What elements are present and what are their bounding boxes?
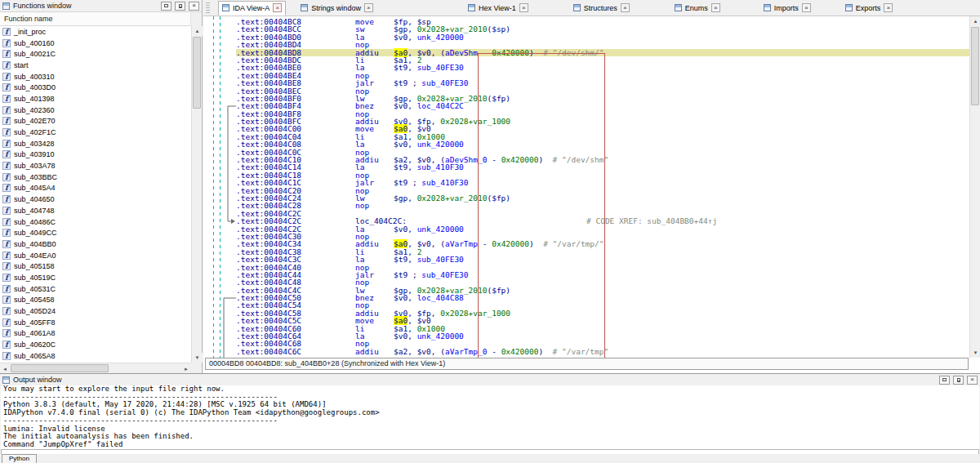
dock-drag-handle[interactable] <box>206 2 210 14</box>
function-list-item[interactable]: fsub_4003D0 <box>0 82 191 93</box>
close-icon[interactable]: × <box>519 3 528 12</box>
functions-titlebar[interactable]: Functions window × <box>0 0 202 12</box>
disasm-line[interactable]: .text:00404BE0la$t9, sub_40FE30 <box>236 64 969 71</box>
scroll-up-icon[interactable]: ▲ <box>970 16 980 26</box>
function-list-item[interactable]: fsub_4049CC <box>0 227 191 238</box>
function-list-item[interactable]: fsub_400310 <box>0 71 191 82</box>
function-list-item[interactable]: fsub_404BB0 <box>0 238 191 250</box>
close-icon[interactable]: × <box>967 376 978 385</box>
close-icon[interactable]: × <box>364 3 373 12</box>
disasm-line[interactable]: .text:00404C48nop <box>236 278 969 286</box>
disasm-line[interactable]: .text:00404C18nop <box>236 171 969 179</box>
tab-structures[interactable]: Structures× <box>570 1 633 16</box>
disasm-line[interactable]: .text:00404C60li$a1, 0x1000 <box>236 325 969 332</box>
disasm-line[interactable]: .text:00404C20nop <box>236 187 969 194</box>
disasm-line[interactable]: .text:00404BFCaddiu$v0, $fp, 0x2028+var_… <box>236 118 969 125</box>
disasm-line[interactable]: .text:00404C2Cla$v0, unk_420000 <box>236 225 969 233</box>
disasm-line[interactable]: .text:00404C3Cla$t9, sub_40FE30 <box>236 256 969 263</box>
disasm-line[interactable]: .text:00404C6Caddiu$a2, $v0, (aVarTmp_0 … <box>236 348 969 355</box>
scroll-down-icon[interactable]: ▼ <box>970 348 980 358</box>
scroll-down-icon[interactable]: ▼ <box>192 353 203 363</box>
disasm-line[interactable]: .text:00404BF8nop <box>236 110 969 118</box>
function-list-item[interactable]: fsub_40620C <box>0 339 191 350</box>
restore-icon[interactable] <box>939 376 950 385</box>
disasm-line[interactable]: .text:00404C08la$v0, unk_420000 <box>236 140 969 148</box>
disasm-line[interactable]: .text:00404BDCli$a1, 2 <box>236 56 969 64</box>
function-list-item[interactable]: fsub_405FF8 <box>0 317 191 328</box>
disasm-vertical-scrollbar[interactable]: ▲ ▼ <box>969 16 980 358</box>
disasm-line[interactable]: .text:00404C44jalr$t9 ; sub_40FE30 <box>236 271 969 278</box>
disasm-line[interactable]: .text:00404BECnop <box>236 87 969 95</box>
function-list-item[interactable]: f_init_proc <box>0 26 191 38</box>
disasm-line[interactable]: .text:00404BD8addiu$a0, $v0, (aDevShm - … <box>236 49 969 56</box>
disasm-line[interactable]: .text:00404C04li$a1, 0x1000 <box>236 133 969 140</box>
function-list-item[interactable]: fsub_403428 <box>0 138 191 149</box>
function-list-item[interactable]: fsub_404650 <box>0 194 191 205</box>
disasm-line[interactable]: .text:00404C54nop <box>236 301 969 309</box>
tab-imports[interactable]: Imports× <box>760 1 814 16</box>
function-list-item[interactable]: fsub_40021C <box>0 48 191 60</box>
disasm-line[interactable]: .text:00404C2Cloc_404C2C:# CODE XREF: su… <box>236 217 969 225</box>
disasm-line[interactable]: .text:00404BF0lw$gp, 0x2028+var_2010($fp… <box>236 95 969 102</box>
function-list-item[interactable]: fsub_4065A8 <box>0 350 191 362</box>
function-list-item[interactable]: fsub_404EA0 <box>0 250 191 261</box>
disasm-line[interactable]: .text:00404C24lw$gp, 0x2028+var_2010($fp… <box>236 194 969 202</box>
disasm-line[interactable]: .text:00404C10addiu$a2, $v0, (aDevShm_0 … <box>236 156 969 163</box>
disasm-line[interactable]: .text:00404BE8jalr$t9 ; sub_40FE30 <box>236 79 969 87</box>
function-list-item[interactable]: fsub_402E70 <box>0 116 191 127</box>
function-list-item[interactable]: fsub_405458 <box>0 295 191 306</box>
output-titlebar[interactable]: Output window × <box>0 374 980 386</box>
function-list-item[interactable]: fstart <box>0 60 191 71</box>
close-icon[interactable]: × <box>189 2 199 11</box>
scrollbar-thumb[interactable] <box>11 364 109 372</box>
disasm-line[interactable]: .text:00404C64la$v0, unk_420000 <box>236 332 969 340</box>
function-list-item[interactable]: fsub_402F1C <box>0 127 191 138</box>
ida-view-a[interactable]: .text:00404BC8move$fp, $sp.text:00404BCC… <box>203 16 969 358</box>
disasm-line[interactable]: .text:00404BD0la$v0, unk_420000 <box>236 33 969 41</box>
scroll-up-icon[interactable]: ▲ <box>192 26 203 36</box>
function-list-item[interactable]: fsub_403910 <box>0 149 191 161</box>
function-list-item[interactable]: fsub_402360 <box>0 105 191 116</box>
close-icon[interactable]: × <box>273 3 282 12</box>
close-icon[interactable]: × <box>802 3 811 12</box>
function-list-item[interactable]: fsub_40486C <box>0 216 191 228</box>
function-list-item[interactable]: fsub_403BBC <box>0 171 191 183</box>
disasm-line[interactable]: .text:00404C34addiu$a0, $v0, (aVarTmp - … <box>236 240 969 247</box>
function-name-column-header[interactable]: Function name <box>0 12 191 26</box>
function-list-item[interactable]: fsub_404748 <box>0 205 191 216</box>
scrollbar-thumb[interactable] <box>193 37 201 109</box>
tab-strings-window[interactable]: Strings window× <box>297 1 376 16</box>
functions-horizontal-scrollbar[interactable]: ◄ ► <box>0 363 191 373</box>
disasm-line[interactable]: .text:00404BF4bnez$v0, loc_404C2C <box>236 102 969 109</box>
disasm-line[interactable]: .text:00404BC8move$fp, $sp <box>236 18 969 25</box>
float-icon[interactable] <box>953 376 964 385</box>
disasm-line[interactable]: .text:00404C28nop <box>236 202 969 209</box>
disasm-line[interactable]: .text:00404BE4nop <box>236 72 969 79</box>
close-icon[interactable]: × <box>884 3 893 12</box>
float-icon[interactable] <box>175 2 185 11</box>
close-icon[interactable]: × <box>711 3 720 12</box>
restore-icon[interactable] <box>161 2 172 11</box>
tab-python[interactable]: Python <box>2 454 37 463</box>
output-lines[interactable]: You may start to explore the input file … <box>1 385 979 449</box>
tab-hex-view-1[interactable]: Hex View-1× <box>465 1 532 16</box>
function-list-item[interactable]: fsub_405D24 <box>0 305 191 317</box>
disasm-line[interactable]: .text:00404C5Cmove$a0, $v0 <box>236 317 969 324</box>
disasm-line[interactable]: .text:00404C50bnez$v0, loc_404C88 <box>236 294 969 301</box>
function-list-item[interactable]: fsub_400160 <box>0 38 191 49</box>
tab-exports[interactable]: Exports× <box>842 1 897 16</box>
tab-ida-view-a[interactable]: IDA View-A× <box>218 1 286 16</box>
functions-vertical-scrollbar[interactable]: ▲ ▼ <box>191 26 202 363</box>
disasm-line[interactable]: .text:00404C4Clw$gp, 0x2028+var_2010($fp… <box>236 287 969 294</box>
disasm-line[interactable]: .text:00404C1Cjalr$t9 ; sub_410F30 <box>236 179 969 186</box>
close-icon[interactable]: × <box>621 3 630 12</box>
function-list-item[interactable]: fsub_403A78 <box>0 160 191 171</box>
function-list-item[interactable]: fsub_40519C <box>0 272 191 283</box>
function-list-item[interactable]: fsub_4061A8 <box>0 328 191 340</box>
disasm-line[interactable]: .text:00404C14la$t9, sub_410F30 <box>236 163 969 171</box>
function-list-item[interactable]: fsub_401398 <box>0 93 191 105</box>
disasm-line[interactable]: .text:00404C38li$a1, 2 <box>236 248 969 256</box>
disasm-line[interactable]: .text:00404C58addiu$v0, $fp, 0x2028+var_… <box>236 309 969 317</box>
disasm-line[interactable]: .text:00404BCCsw$gp, 0x2028+var_2010($sp… <box>236 25 969 33</box>
tab-enums[interactable]: Enums× <box>671 1 724 16</box>
